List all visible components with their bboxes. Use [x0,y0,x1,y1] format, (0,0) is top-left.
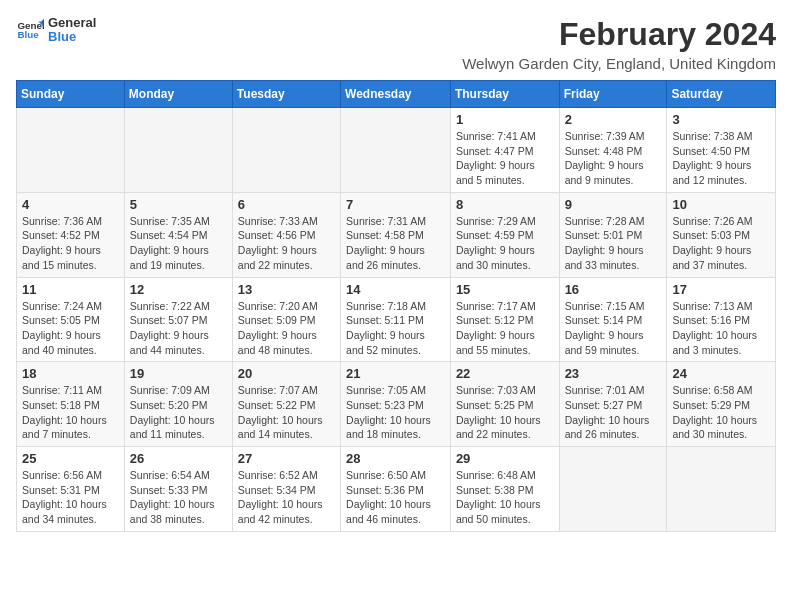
calendar-cell: 3Sunrise: 7:38 AM Sunset: 4:50 PM Daylig… [667,108,776,193]
calendar-cell [17,108,125,193]
calendar-cell: 25Sunrise: 6:56 AM Sunset: 5:31 PM Dayli… [17,447,125,532]
weekday-header: Tuesday [232,81,340,108]
calendar-cell: 9Sunrise: 7:28 AM Sunset: 5:01 PM Daylig… [559,192,667,277]
calendar-week-row: 1Sunrise: 7:41 AM Sunset: 4:47 PM Daylig… [17,108,776,193]
calendar-cell [124,108,232,193]
calendar-cell: 27Sunrise: 6:52 AM Sunset: 5:34 PM Dayli… [232,447,340,532]
day-info: Sunrise: 6:56 AM Sunset: 5:31 PM Dayligh… [22,468,119,527]
day-number: 25 [22,451,119,466]
day-number: 29 [456,451,554,466]
calendar-cell [232,108,340,193]
calendar-cell: 1Sunrise: 7:41 AM Sunset: 4:47 PM Daylig… [450,108,559,193]
day-info: Sunrise: 6:48 AM Sunset: 5:38 PM Dayligh… [456,468,554,527]
calendar-cell: 26Sunrise: 6:54 AM Sunset: 5:33 PM Dayli… [124,447,232,532]
calendar-cell [667,447,776,532]
day-info: Sunrise: 7:33 AM Sunset: 4:56 PM Dayligh… [238,214,335,273]
calendar-cell: 22Sunrise: 7:03 AM Sunset: 5:25 PM Dayli… [450,362,559,447]
calendar-cell: 11Sunrise: 7:24 AM Sunset: 5:05 PM Dayli… [17,277,125,362]
calendar-cell [559,447,667,532]
calendar-week-row: 11Sunrise: 7:24 AM Sunset: 5:05 PM Dayli… [17,277,776,362]
weekday-header: Saturday [667,81,776,108]
calendar-cell: 8Sunrise: 7:29 AM Sunset: 4:59 PM Daylig… [450,192,559,277]
day-info: Sunrise: 7:29 AM Sunset: 4:59 PM Dayligh… [456,214,554,273]
day-info: Sunrise: 7:36 AM Sunset: 4:52 PM Dayligh… [22,214,119,273]
day-number: 20 [238,366,335,381]
calendar-subtitle: Welwyn Garden City, England, United King… [462,55,776,72]
calendar-cell: 4Sunrise: 7:36 AM Sunset: 4:52 PM Daylig… [17,192,125,277]
logo-general: General [48,16,96,30]
calendar-cell: 29Sunrise: 6:48 AM Sunset: 5:38 PM Dayli… [450,447,559,532]
svg-text:Blue: Blue [17,30,39,41]
day-number: 23 [565,366,662,381]
calendar-cell: 24Sunrise: 6:58 AM Sunset: 5:29 PM Dayli… [667,362,776,447]
day-number: 26 [130,451,227,466]
logo: General Blue General Blue [16,16,96,45]
calendar-cell: 7Sunrise: 7:31 AM Sunset: 4:58 PM Daylig… [341,192,451,277]
weekday-header: Wednesday [341,81,451,108]
calendar-cell: 2Sunrise: 7:39 AM Sunset: 4:48 PM Daylig… [559,108,667,193]
day-number: 6 [238,197,335,212]
day-info: Sunrise: 6:50 AM Sunset: 5:36 PM Dayligh… [346,468,445,527]
day-number: 27 [238,451,335,466]
day-number: 7 [346,197,445,212]
weekday-header: Sunday [17,81,125,108]
weekday-header: Thursday [450,81,559,108]
day-info: Sunrise: 7:05 AM Sunset: 5:23 PM Dayligh… [346,383,445,442]
day-number: 11 [22,282,119,297]
day-info: Sunrise: 7:18 AM Sunset: 5:11 PM Dayligh… [346,299,445,358]
day-number: 5 [130,197,227,212]
day-info: Sunrise: 7:20 AM Sunset: 5:09 PM Dayligh… [238,299,335,358]
calendar-header-row: SundayMondayTuesdayWednesdayThursdayFrid… [17,81,776,108]
day-number: 14 [346,282,445,297]
day-number: 17 [672,282,770,297]
calendar-cell: 12Sunrise: 7:22 AM Sunset: 5:07 PM Dayli… [124,277,232,362]
calendar-table: SundayMondayTuesdayWednesdayThursdayFrid… [16,80,776,532]
calendar-cell: 6Sunrise: 7:33 AM Sunset: 4:56 PM Daylig… [232,192,340,277]
day-number: 3 [672,112,770,127]
day-info: Sunrise: 7:22 AM Sunset: 5:07 PM Dayligh… [130,299,227,358]
day-info: Sunrise: 6:54 AM Sunset: 5:33 PM Dayligh… [130,468,227,527]
day-number: 8 [456,197,554,212]
day-number: 10 [672,197,770,212]
calendar-cell: 13Sunrise: 7:20 AM Sunset: 5:09 PM Dayli… [232,277,340,362]
day-number: 16 [565,282,662,297]
weekday-header: Friday [559,81,667,108]
calendar-cell: 10Sunrise: 7:26 AM Sunset: 5:03 PM Dayli… [667,192,776,277]
calendar-cell: 19Sunrise: 7:09 AM Sunset: 5:20 PM Dayli… [124,362,232,447]
day-number: 13 [238,282,335,297]
day-number: 28 [346,451,445,466]
calendar-cell: 14Sunrise: 7:18 AM Sunset: 5:11 PM Dayli… [341,277,451,362]
day-info: Sunrise: 6:58 AM Sunset: 5:29 PM Dayligh… [672,383,770,442]
day-number: 9 [565,197,662,212]
calendar-cell: 21Sunrise: 7:05 AM Sunset: 5:23 PM Dayli… [341,362,451,447]
day-info: Sunrise: 7:39 AM Sunset: 4:48 PM Dayligh… [565,129,662,188]
calendar-cell [341,108,451,193]
day-number: 15 [456,282,554,297]
day-info: Sunrise: 7:35 AM Sunset: 4:54 PM Dayligh… [130,214,227,273]
calendar-week-row: 4Sunrise: 7:36 AM Sunset: 4:52 PM Daylig… [17,192,776,277]
day-info: Sunrise: 7:26 AM Sunset: 5:03 PM Dayligh… [672,214,770,273]
calendar-cell: 5Sunrise: 7:35 AM Sunset: 4:54 PM Daylig… [124,192,232,277]
logo-blue: Blue [48,30,96,44]
day-number: 18 [22,366,119,381]
day-number: 2 [565,112,662,127]
day-info: Sunrise: 7:28 AM Sunset: 5:01 PM Dayligh… [565,214,662,273]
day-info: Sunrise: 6:52 AM Sunset: 5:34 PM Dayligh… [238,468,335,527]
calendar-cell: 28Sunrise: 6:50 AM Sunset: 5:36 PM Dayli… [341,447,451,532]
day-number: 12 [130,282,227,297]
calendar-week-row: 25Sunrise: 6:56 AM Sunset: 5:31 PM Dayli… [17,447,776,532]
day-info: Sunrise: 7:11 AM Sunset: 5:18 PM Dayligh… [22,383,119,442]
day-number: 24 [672,366,770,381]
day-number: 1 [456,112,554,127]
day-info: Sunrise: 7:38 AM Sunset: 4:50 PM Dayligh… [672,129,770,188]
day-number: 22 [456,366,554,381]
title-section: February 2024 Welwyn Garden City, Englan… [462,16,776,72]
day-info: Sunrise: 7:17 AM Sunset: 5:12 PM Dayligh… [456,299,554,358]
day-info: Sunrise: 7:07 AM Sunset: 5:22 PM Dayligh… [238,383,335,442]
day-info: Sunrise: 7:09 AM Sunset: 5:20 PM Dayligh… [130,383,227,442]
calendar-cell: 15Sunrise: 7:17 AM Sunset: 5:12 PM Dayli… [450,277,559,362]
calendar-week-row: 18Sunrise: 7:11 AM Sunset: 5:18 PM Dayli… [17,362,776,447]
day-number: 4 [22,197,119,212]
day-info: Sunrise: 7:01 AM Sunset: 5:27 PM Dayligh… [565,383,662,442]
calendar-cell: 20Sunrise: 7:07 AM Sunset: 5:22 PM Dayli… [232,362,340,447]
